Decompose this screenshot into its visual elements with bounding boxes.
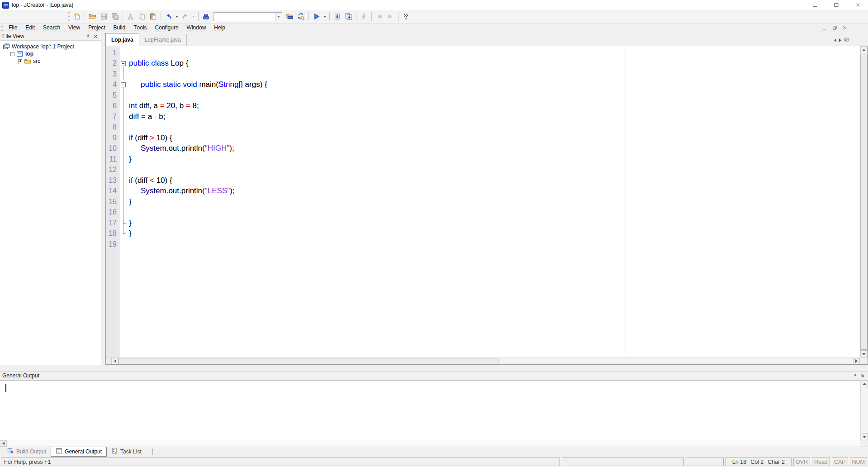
redo-button[interactable] (180, 11, 191, 22)
undo-dropdown[interactable] (174, 11, 180, 22)
fold-collapse-icon[interactable] (121, 82, 126, 87)
scroll-left-arrow-icon[interactable] (112, 358, 119, 364)
output-scroll-left-icon[interactable] (0, 440, 7, 447)
editor-horizontal-scrollbar[interactable] (106, 357, 860, 364)
code-line-17[interactable]: 17} (106, 218, 860, 229)
code-line-9[interactable]: 9if (diff > 10) { (106, 133, 860, 143)
paste-button[interactable] (147, 11, 159, 22)
new-file-button[interactable] (71, 11, 83, 22)
tab-task-list[interactable]: Task List (107, 447, 146, 456)
vertical-scroll-thumb[interactable] (860, 54, 868, 350)
code-line-4[interactable]: 4public static void main(String[] args) … (106, 80, 860, 91)
tab-build-output[interactable]: Build Output (3, 447, 51, 456)
code-line-12[interactable]: 12 (106, 165, 860, 176)
tab-lop-java[interactable]: Lop.java (105, 33, 139, 46)
code-area[interactable]: 12public class Lop {34public static void… (106, 46, 860, 357)
code-line-7[interactable]: 7diff = a - b; (106, 111, 860, 122)
toolbar-grip[interactable] (68, 12, 70, 21)
menubar-grip[interactable] (1, 25, 3, 31)
code-line-8[interactable]: 8 (106, 122, 860, 133)
horizontal-scroll-track[interactable] (498, 358, 853, 364)
tab-general-output[interactable]: General Output (51, 447, 107, 457)
output-content[interactable] (0, 380, 860, 440)
output-scroll-down-icon[interactable] (861, 433, 868, 440)
menu-edit[interactable]: Edit (21, 24, 39, 32)
menu-search[interactable]: Search (39, 24, 64, 32)
compile-file-button[interactable] (332, 11, 343, 22)
run-button[interactable] (311, 11, 322, 22)
tab-lopframe-java[interactable]: LopFrame.java (139, 34, 187, 46)
panel-splitter[interactable] (101, 32, 105, 365)
file-view-pin-icon[interactable] (85, 33, 91, 39)
code-line-16[interactable]: 16 (106, 207, 860, 218)
execute-button[interactable] (358, 11, 370, 22)
tree-item-workspace[interactable]: Workspace 'lop': 1 Project (0, 43, 101, 50)
minimize-button[interactable] (804, 0, 825, 10)
open-file-button[interactable] (87, 11, 98, 22)
tree-item-lop[interactable]: lop (0, 50, 101, 57)
build-project-button[interactable] (343, 11, 354, 22)
maximize-button[interactable] (825, 0, 847, 10)
find-in-files-button[interactable] (284, 11, 295, 22)
document-minimize-button[interactable] (820, 24, 829, 31)
scroll-up-arrow-icon[interactable] (860, 46, 868, 53)
save-button[interactable] (98, 11, 109, 22)
collapse-icon[interactable] (10, 52, 14, 56)
tree-item-src[interactable]: src (0, 57, 101, 65)
menu-help[interactable]: Help (210, 24, 229, 32)
code-line-6[interactable]: 6int diff, a = 20, b = 8; (106, 101, 860, 112)
fold-collapse-icon[interactable] (121, 61, 126, 66)
combo-dropdown-arrow-icon[interactable] (275, 13, 282, 21)
code-line-15[interactable]: 15} (106, 196, 860, 207)
menu-configure[interactable]: Configure (151, 24, 183, 32)
menu-project[interactable]: Project (84, 24, 109, 32)
tab-scroll-right-icon[interactable] (839, 38, 841, 42)
fold-toggle[interactable] (119, 80, 127, 91)
editor-vertical-scrollbar[interactable] (860, 46, 868, 357)
document-restore-button[interactable] (830, 24, 839, 31)
tab-list-icon[interactable] (844, 37, 849, 43)
scroll-right-arrow-icon[interactable] (853, 358, 860, 364)
code-line-18[interactable]: 18} (106, 229, 860, 239)
code-line-14[interactable]: 14System.out.println("LESS"); (106, 186, 860, 197)
close-button[interactable] (847, 0, 868, 10)
editor[interactable]: 12public class Lop {34public static void… (105, 46, 868, 365)
output-scroll-up-icon[interactable] (861, 380, 868, 387)
document-close-button[interactable] (840, 24, 849, 31)
undo-button[interactable] (163, 11, 174, 22)
output-close-icon[interactable] (859, 372, 866, 379)
menu-tools[interactable]: Tools (129, 24, 151, 32)
find-button[interactable] (200, 11, 212, 22)
toolbar-overflow-button[interactable] (400, 11, 412, 22)
menu-view[interactable]: View (64, 24, 84, 32)
save-all-button[interactable] (109, 11, 121, 22)
code-line-10[interactable]: 10System.out.println("HIGH"); (106, 143, 860, 154)
output-pin-icon[interactable] (852, 372, 858, 379)
code-line-5[interactable]: 5 (106, 90, 860, 101)
menu-file[interactable]: File (5, 24, 21, 32)
navigate-forward-button[interactable] (385, 11, 396, 22)
navigate-back-button[interactable] (374, 11, 385, 22)
cut-button[interactable] (125, 11, 136, 22)
fold-toggle[interactable] (119, 58, 127, 69)
code-line-2[interactable]: 2public class Lop { (106, 58, 860, 69)
menu-window[interactable]: Window (183, 24, 210, 32)
code-line-3[interactable]: 3 (106, 69, 860, 80)
horizontal-scroll-thumb[interactable] (119, 358, 498, 364)
output-vertical-scrollbar[interactable] (860, 380, 868, 440)
tab-scroll-left-icon[interactable] (834, 38, 836, 42)
copy-button[interactable] (136, 11, 147, 22)
scroll-down-arrow-icon[interactable] (860, 350, 868, 357)
code-line-11[interactable]: 11} (106, 154, 860, 165)
menu-build[interactable]: Build (109, 24, 130, 32)
output-horizontal-scrollbar[interactable] (0, 440, 860, 447)
replace-in-files-button[interactable] (295, 11, 307, 22)
search-input[interactable] (214, 13, 275, 21)
hsplit-grip[interactable] (106, 358, 112, 364)
code-line-13[interactable]: 13if (diff < 10) { (106, 175, 860, 186)
run-dropdown[interactable] (322, 11, 327, 22)
expand-icon[interactable] (18, 59, 22, 63)
code-line-1[interactable]: 1 (106, 48, 860, 58)
code-line-19[interactable]: 19 (106, 239, 860, 250)
redo-dropdown[interactable] (191, 11, 196, 22)
